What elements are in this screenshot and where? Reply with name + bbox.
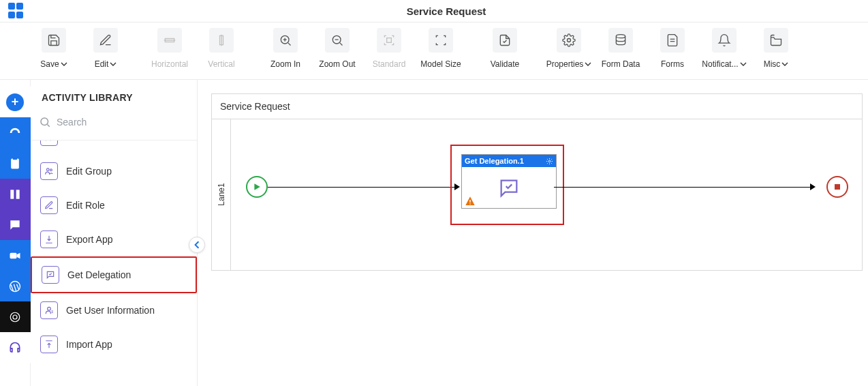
library-item-label: Import App [66,339,112,350]
svg-point-6 [616,35,625,38]
edit-role-icon [40,196,58,214]
clipboard-icon [8,157,22,170]
database-icon [608,28,633,53]
validate-icon [493,28,517,53]
library-search-input[interactable] [57,117,189,128]
chat-icon [8,218,22,232]
svg-point-17 [47,168,50,171]
zoom-in-icon [273,28,298,53]
library-list[interactable]: Create Role Edit Group Edit Role Export … [31,140,197,386]
notifications-label: Notificat... [702,59,738,69]
save-icon [42,28,66,53]
library-item-label: Get Delegation [67,269,131,280]
zoom-in-label: Zoom In [270,59,300,69]
library-item-label: Export App [66,234,113,245]
edge[interactable] [268,187,454,188]
columns-icon [8,188,22,201]
rail-headset-button[interactable] [0,332,31,363]
svg-point-5 [568,39,571,42]
library-item-edit-role[interactable]: Edit Role [31,188,197,222]
gauge-icon [7,125,22,140]
svg-rect-9 [10,190,14,198]
model-size-icon [429,28,453,53]
rail-dashboard-button[interactable] [0,117,31,148]
save-button[interactable]: Save [30,28,78,69]
save-label: Save [40,59,59,69]
validate-button[interactable]: Validate [481,28,529,69]
export-icon [40,231,58,248]
edit-button[interactable]: Edit [82,28,129,69]
task-title: Get Delegation.1 [465,157,524,165]
task-selection-outline: Get Delegation.1 [450,145,564,225]
library-item-export-app[interactable]: Export App [31,222,197,256]
canvas-title: Service Request [220,101,290,112]
rail-columns-button[interactable] [0,179,31,209]
rail-target-button[interactable] [0,301,31,332]
form-data-button[interactable]: Form Data [597,28,645,69]
activity-library-panel: ACTIVITY LIBRARY Create Role Edit Group [31,80,198,386]
gear-icon[interactable] [546,158,553,165]
align-vertical-button: Vertical [198,28,245,69]
svg-rect-11 [10,252,17,258]
play-icon [253,183,261,191]
form-data-label: Form Data [602,59,640,69]
forms-icon [660,28,685,53]
misc-button[interactable]: Misc [752,28,800,69]
zoom-out-button[interactable]: Zoom Out [313,28,361,69]
zoom-in-button[interactable]: Zoom In [262,28,309,69]
arrowhead-icon [810,183,816,190]
headset-icon [8,341,22,355]
library-item-create-role[interactable]: Create Role [31,140,197,154]
task-node-get-delegation[interactable]: Get Delegation.1 [461,154,557,209]
search-icon [39,116,51,128]
folder-icon [764,28,788,53]
align-vertical-icon [209,28,234,53]
edit-label: Edit [95,59,109,69]
library-item-import-app[interactable]: Import App [31,327,197,361]
properties-label: Properties [546,59,584,69]
svg-rect-21 [469,200,470,203]
chevron-down-icon [110,61,117,68]
chevron-left-icon [193,241,201,249]
plus-icon: + [6,93,24,111]
role-icon [40,140,58,146]
properties-button[interactable]: Properties [545,28,593,69]
svg-point-19 [48,307,51,310]
rail-video-button[interactable] [0,240,31,271]
forms-button[interactable]: Forms [649,28,696,69]
group-icon [40,162,58,180]
warning-icon [465,196,476,207]
svg-rect-22 [469,203,470,204]
svg-point-18 [50,169,52,171]
workflow-canvas[interactable]: Service Request Lane1 Get Delegation.1 [211,93,863,271]
start-node[interactable] [246,176,268,198]
rail-chat-button[interactable] [0,209,31,240]
chevron-down-icon [585,61,591,68]
lane-label: Lane1 [217,183,226,205]
model-size-button[interactable]: Model Size [417,28,465,69]
library-item-label: Get User Information [66,305,155,316]
library-item-get-user-information[interactable]: Get User Information [31,293,197,327]
align-horizontal-button: Horizontal [146,28,193,69]
library-item-get-delegation[interactable]: Get Delegation [31,256,197,293]
canvas-area[interactable]: Service Request Lane1 Get Delegation.1 [198,80,868,386]
library-item-edit-group[interactable]: Edit Group [31,154,197,188]
rail-wordpress-button[interactable] [0,271,31,301]
user-info-icon [40,301,58,319]
apps-grid-icon[interactable] [8,3,25,19]
forms-label: Forms [661,59,684,69]
zoom-standard-icon [377,28,401,53]
rail-add-button[interactable]: + [0,87,31,117]
delegation-icon [495,177,523,200]
bell-icon [712,28,737,53]
chevron-down-icon [740,61,747,68]
import-icon [40,336,58,353]
notifications-button[interactable]: Notificat... [700,28,748,69]
library-title: ACTIVITY LIBRARY [31,80,197,110]
end-node[interactable] [826,176,848,198]
collapse-panel-button[interactable] [189,237,205,253]
rail-clipboard-button[interactable] [0,148,31,179]
validate-label: Validate [491,59,519,69]
lane-header[interactable]: Lane1 [212,119,231,270]
edge[interactable] [554,187,813,188]
